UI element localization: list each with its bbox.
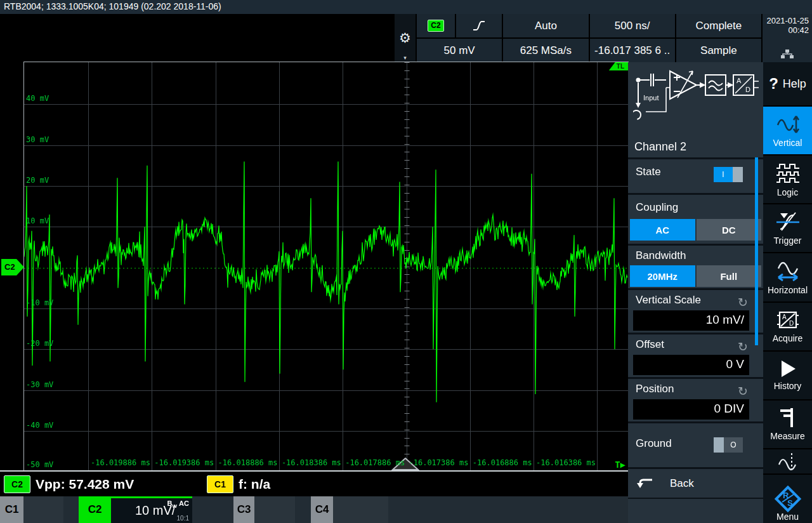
trigger-mode-button[interactable]: Auto	[503, 14, 588, 37]
y-axis-label: -20 mV	[26, 339, 53, 348]
device-title-bar: RTB2004; 1333.1005K04; 101949 (02.202 20…	[0, 0, 812, 14]
acquisition-mode-button[interactable]: Sample	[676, 39, 761, 62]
vertical-scale-value[interactable]: 10 mV/	[633, 310, 749, 331]
svg-text:D: D	[745, 86, 750, 93]
x-axis-label: -16.019886 ms	[91, 458, 150, 467]
sidebar-item-acquire[interactable]: A D Acquire	[763, 303, 812, 350]
datetime-cell[interactable]: 2021-01-25 00:42	[763, 14, 812, 62]
ground-label: Ground	[628, 423, 763, 450]
toolbar-col-channel: C2 50 mV	[417, 14, 502, 62]
channel1-tab[interactable]: C1	[0, 496, 63, 523]
x-axis-label: -16.017886 ms	[345, 458, 405, 467]
sidebar-item-horizontal[interactable]: Horizontal	[763, 253, 812, 301]
sidebar-item-label: Help	[783, 77, 806, 91]
toolbar-col-timebase: 500 ns/ -16.017 385 6 ..	[590, 14, 675, 62]
sidebar-item-label: History	[774, 381, 802, 391]
channel3-tab[interactable]: C3	[233, 496, 295, 523]
top-toolbar: ⚙ ▾ C2 50 mV Auto 625 MSa/s 500 ns/ -16.…	[395, 14, 812, 62]
x-axis-label: -16.016886 ms	[473, 458, 532, 467]
svg-text:S: S	[787, 498, 793, 508]
x-axis-label: -16.017386 ms	[409, 458, 469, 467]
sidebar-item-measure[interactable]: Measure	[763, 401, 812, 448]
vertical-sine-icon	[776, 114, 799, 135]
vertical-scale-button[interactable]: 50 mV	[417, 39, 502, 62]
channel2-tab[interactable]: C2 10 mV/ BW AC 10:1	[79, 496, 192, 523]
svg-text:D: D	[789, 320, 794, 327]
acquisition-status[interactable]: Complete	[676, 14, 761, 37]
channel1-tab-label: C1	[0, 496, 23, 523]
ground-section: Ground O	[628, 421, 763, 467]
timebase-button[interactable]: 500 ns/	[590, 14, 675, 37]
state-toggle[interactable]: I	[714, 167, 743, 182]
back-label: Back	[670, 477, 694, 490]
sidebar-item-vertical[interactable]: Vertical	[763, 107, 812, 154]
trigger-level-indicator[interactable]: T▶	[615, 460, 625, 470]
channel1-tab-body	[23, 496, 63, 523]
measurement-frequency: C1 f: n/a	[207, 475, 270, 493]
position-section: Position ↻ 0 DIV	[628, 377, 763, 421]
menu-sidebar: ? Help Vertical Logic Trigger Horiz	[763, 62, 812, 523]
rotary-knob-icon: ↻	[738, 295, 748, 309]
channel2-tab-label: C2	[79, 496, 111, 523]
trigger-slope-icon	[775, 211, 801, 233]
vertical-scale-section: Vertical Scale ↻ 10 mV/	[628, 288, 763, 333]
panel-scrollbar[interactable]	[755, 157, 758, 345]
offset-value[interactable]: 0 V	[633, 355, 749, 375]
rotary-knob-icon: ↻	[738, 340, 748, 354]
channel2-dialog: Input A D Channel 2 State I Coupling AC	[628, 62, 763, 523]
sidebar-item-logic[interactable]: Logic	[763, 156, 812, 203]
state-section: State I	[628, 157, 763, 193]
rohde-schwarz-logo: R S	[771, 482, 805, 516]
channel1-badge: C1	[207, 475, 233, 493]
diagram-input-label: Input	[643, 94, 658, 102]
sidebar-item-help[interactable]: ? Help	[763, 62, 812, 105]
toolbar-col-acquisition: Auto 625 MSa/s	[503, 14, 588, 62]
bandwidth-20mhz-button[interactable]: 20MHz	[630, 265, 695, 287]
x-axis-label: -16.018386 ms	[282, 458, 341, 467]
channel2-level-marker[interactable]: C2	[1, 259, 24, 275]
channel2-probe-ratio: 10:1	[177, 515, 189, 522]
waveform-canvas	[24, 62, 628, 470]
svg-text:A: A	[737, 77, 742, 84]
coupling-section: Coupling AC DC	[628, 193, 763, 244]
coupling-ac-button[interactable]: AC	[630, 219, 695, 241]
network-icon	[781, 50, 794, 58]
state-toggle-handle	[733, 167, 743, 182]
question-mark-icon: ?	[769, 75, 778, 93]
sidebar-item-history[interactable]: History	[763, 352, 812, 399]
trigger-slope-button[interactable]	[456, 14, 502, 37]
ground-toggle[interactable]: O	[714, 437, 743, 453]
coupling-label: Coupling	[628, 195, 763, 214]
sidebar-item-trigger[interactable]: Trigger	[763, 204, 812, 252]
channel2-badge: C2	[4, 475, 30, 493]
trigger-source-button[interactable]: C2	[417, 14, 455, 37]
channel3-tab-body	[254, 496, 295, 523]
dialog-title: Channel 2	[634, 140, 686, 154]
y-axis-label: -40 mV	[26, 421, 53, 430]
oscilloscope-screen: { "title_bar": { "text": "RTB2004; 1333.…	[0, 0, 812, 523]
sidebar-item-menu[interactable]: R S Menu	[763, 475, 812, 523]
trigger-offset-button[interactable]: -16.017 385 6 ..	[590, 39, 675, 62]
x-axis-label: -16.019386 ms	[154, 458, 214, 467]
bandwidth-full-button[interactable]: Full	[697, 265, 762, 287]
sidebar-item-label: Logic	[777, 187, 798, 197]
bandwidth-label: Bandwidth	[628, 246, 763, 262]
trigger-source-badge: C2	[428, 20, 443, 32]
back-button[interactable]: Back	[628, 467, 763, 499]
frequency-value: f: n/a	[239, 477, 270, 492]
position-value[interactable]: 0 DIV	[633, 399, 749, 420]
sidebar-item-label: Acquire	[773, 333, 802, 343]
settings-button[interactable]: ⚙ ▾	[395, 14, 416, 62]
coupling-dc-button[interactable]: DC	[697, 219, 762, 241]
ground-toggle-off: O	[724, 437, 743, 453]
x-axis-label: -16.018886 ms	[218, 458, 278, 467]
sample-rate-button[interactable]: 625 MSa/s	[503, 39, 588, 62]
channel4-tab[interactable]: C4	[311, 496, 388, 523]
y-axis-label: 30 mV	[26, 135, 49, 144]
sidebar-item-cursor[interactable]	[763, 449, 812, 473]
waveform-display: TL T▶ 40 mV30 mV20 mV10 mV-10 mV-20 mV-3…	[24, 62, 628, 470]
sidebar-item-label: Menu	[776, 512, 799, 522]
channel4-tab-label: C4	[311, 496, 333, 523]
back-arrow-icon	[637, 477, 653, 491]
sidebar-item-label: Vertical	[773, 138, 802, 148]
